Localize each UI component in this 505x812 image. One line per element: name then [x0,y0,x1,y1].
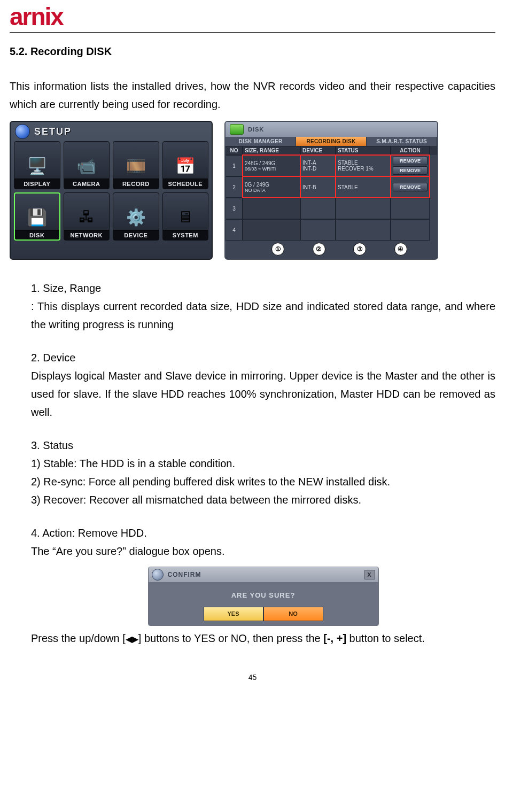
confirm-orb-icon [152,569,164,581]
setup-panel: SETUP 🖥️DISPLAY📹CAMERA🎞️RECORD📅SCHEDULE💾… [10,121,213,260]
confirm-title: CONFIRM [168,569,201,580]
item1-body: : This displays current recorded data si… [31,300,495,330]
disk-row: 4 [226,219,437,241]
display-icon: 🖥️ [23,153,51,179]
callout-2: ② [313,243,325,256]
left-right-arrows-icon: ◀▶ [126,635,138,644]
remove-button[interactable]: REMOVE [393,183,428,191]
disk-cell-device [300,219,336,241]
item4-title: 4. Action: Remove HDD. [31,527,147,539]
disk-tab-s-m-a-r-t-status[interactable]: S.M.A.R.T. STATUS [367,137,437,146]
disk-cell-size [243,219,300,241]
setup-title: SETUP [34,126,72,137]
setup-item-label: NETWORK [64,230,110,240]
disk-row: 3 [226,198,437,219]
camera-icon: 📹 [73,153,100,179]
section-heading: 5.2. Recording DISK [10,45,495,58]
disk-row: 20G / 249GNO DATAINT-BSTABLEREMOVE [226,176,437,198]
item3-sub2: 2) Re-sync: Force all pending buffered d… [31,476,390,488]
setup-item-device[interactable]: ⚙️DEVICE [113,192,159,241]
disk-cell-status: STABLE [336,176,391,198]
schedule-icon: 📅 [172,153,199,179]
disk-tab-disk-manager[interactable]: DISK MANAGER [226,137,296,146]
item2-title: 2. Device [31,352,75,364]
press-line: Press the up/down [◀▶] buttons to YES or… [31,629,495,647]
setup-orb-icon [15,124,30,139]
disk-tab-recording-disk[interactable]: RECORDING DISK [296,137,367,146]
disk-title: DISK [248,126,264,133]
disk-cell-device: INT-AINT-D [300,155,336,176]
disk-cell-size: 248G / 249G06/03 ~ WRITI [243,155,300,176]
disk-panel: DISK DISK MANAGERRECORDING DISKS.M.A.R.T… [224,121,438,260]
record-icon: 🎞️ [122,153,150,179]
device-icon: ⚙️ [122,204,150,230]
setup-item-label: CAMERA [64,179,110,189]
item3-title: 3. Status [31,439,73,451]
brand-logo: arnix [10,0,495,31]
header-divider [10,32,495,33]
disk-header-device: DEVICE [300,146,336,155]
confirm-dialog: CONFIRM X ARE YOU SURE? YES NO [148,567,379,626]
disk-cell-status [336,198,391,219]
disk-row: 1248G / 249G06/03 ~ WRITIINT-AINT-DSTABL… [226,155,437,176]
setup-item-system[interactable]: 🖥SYSTEM [162,192,209,241]
disk-cell-no: 2 [226,176,243,198]
disk-cell-device: INT-B [300,176,336,198]
callout-3: ③ [353,243,366,256]
setup-item-label: RECORD [113,179,159,189]
remove-button[interactable]: REMOVE [393,157,428,165]
setup-item-label: DISPLAY [14,179,60,189]
setup-item-label: DEVICE [113,230,159,240]
confirm-message: ARE YOU SURE? [149,590,378,601]
setup-item-display[interactable]: 🖥️DISPLAY [14,141,60,189]
setup-item-disk[interactable]: 💾DISK [14,192,60,241]
remove-button[interactable]: REMOVE [393,166,428,175]
item3-sub3: 3) Recover: Recover all mismatched data … [31,494,361,506]
setup-item-camera[interactable]: 📹CAMERA [64,141,110,189]
disk-cell-no: 4 [226,219,243,241]
item4-body: The “Are you sure?” dialogue box opens. [31,545,224,557]
disk-cell-action: REMOVE [391,176,430,198]
disk-header-size: SIZE, RANGE [243,146,300,155]
setup-item-schedule[interactable]: 📅SCHEDULE [162,141,209,189]
setup-item-record[interactable]: 🎞️RECORD [113,141,159,189]
setup-item-label: SCHEDULE [163,179,208,189]
confirm-no-button[interactable]: NO [263,607,323,621]
disk-cell-device [300,198,336,219]
intro-paragraph: This information lists the installed dri… [10,77,495,113]
item1-title: 1. Size, Range [31,282,101,294]
confirm-close-button[interactable]: X [364,570,375,579]
setup-item-network[interactable]: 🖧NETWORK [64,192,110,241]
disk-cell-action [391,219,430,241]
disk-header-status: STATUS [336,146,391,155]
disk-icon: 💾 [23,204,51,230]
disk-cell-size [243,198,300,219]
disk-cell-no: 3 [226,198,243,219]
callout-4: ④ [394,243,407,256]
disk-cell-action: REMOVEREMOVE [391,155,430,176]
item3-sub1: 1) Stable: The HDD is in a stable condit… [31,458,235,469]
disk-cell-status [336,219,391,241]
disk-cell-status: STABLERECOVER 1% [336,155,391,176]
item2-body: Displays logical Master and Slave device… [31,370,495,418]
setup-item-label: DISK [14,230,60,240]
callout-1: ① [271,243,284,256]
disk-cell-size: 0G / 249GNO DATA [243,176,300,198]
disk-header-no: NO [226,146,243,155]
disk-cell-no: 1 [226,155,243,176]
setup-item-label: SYSTEM [163,230,208,240]
confirm-yes-button[interactable]: YES [204,607,263,621]
disk-drive-icon [230,124,244,135]
page-number: 45 [10,673,495,682]
system-icon: 🖥 [172,204,199,230]
disk-cell-action [391,198,430,219]
network-icon: 🖧 [73,204,100,230]
disk-header-action: ACTION [391,146,430,155]
